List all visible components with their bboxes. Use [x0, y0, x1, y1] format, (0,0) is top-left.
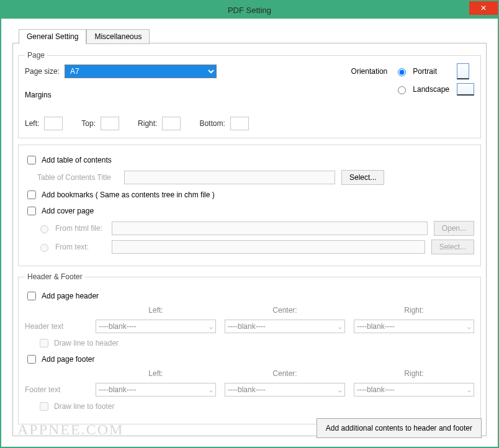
chevron-down-icon: ⌵ — [467, 387, 471, 393]
page-size-label: Page size: — [25, 67, 60, 76]
toc-title-label: Table of Contents Title — [37, 173, 118, 182]
draw-header-line-checkbox[interactable] — [40, 339, 48, 347]
window-title: PDF Setting — [228, 6, 271, 15]
margin-top-label: Top: — [81, 119, 96, 128]
hf-col-right: Right: — [354, 306, 474, 315]
watermark: APPNEE.COM — [17, 421, 124, 438]
page-group: Page Page size: A7 Orientation Portrait — [18, 51, 481, 138]
tab-misc[interactable]: Miscellaneous — [86, 29, 150, 44]
margin-bottom-input[interactable] — [230, 117, 249, 130]
portrait-radio[interactable] — [398, 68, 406, 76]
footer-center-select[interactable]: ----blank----⌵ — [225, 383, 345, 396]
orientation-group: Orientation Portrait Landscape — [351, 63, 474, 96]
add-footer-checkbox[interactable] — [27, 355, 36, 364]
toc-title-input[interactable] — [124, 171, 335, 184]
cover-from-text[interactable]: From text: — [37, 242, 106, 252]
toc-group: Add table of contents Table of Contents … — [18, 145, 481, 266]
cover-from-html[interactable]: From html file: — [37, 223, 106, 233]
add-bookmarks-label: Add bookmarks ( Same as contents tree in… — [42, 190, 215, 199]
cover-select-button[interactable]: Select... — [431, 240, 474, 254]
add-toc-label: Add table of contents — [42, 156, 112, 164]
header-center-select[interactable]: ----blank----⌵ — [225, 320, 345, 333]
chevron-down-icon: ⌵ — [209, 387, 213, 393]
tab-general[interactable]: General Setting — [19, 29, 86, 44]
margins-row: Left: Top: Right: Bottom: — [25, 117, 474, 130]
orientation-portrait[interactable]: Portrait — [395, 66, 449, 76]
footer-right-select[interactable]: ----blank----⌵ — [354, 383, 474, 396]
header-text-label: Header text — [25, 322, 87, 331]
hf-col-center2: Center: — [225, 369, 345, 378]
draw-header-line-label: Draw line to header — [54, 339, 119, 347]
add-cover-checkbox[interactable] — [27, 207, 36, 215]
cover-html-radio[interactable] — [40, 225, 48, 233]
add-additional-contents-button[interactable]: Add additional contents to header and fo… — [317, 418, 482, 438]
cover-text-input[interactable] — [112, 240, 425, 254]
hf-col-left2: Left: — [96, 369, 216, 378]
add-header-label: Add page header — [42, 292, 99, 300]
draw-footer-line-checkbox[interactable] — [40, 402, 48, 411]
page-legend: Page — [25, 51, 47, 60]
footer-text-label: Footer text — [25, 385, 87, 394]
margin-top-input[interactable] — [101, 117, 119, 130]
chevron-down-icon: ⌵ — [338, 323, 342, 330]
titlebar: PDF Setting ✕ — [1, 1, 498, 19]
orientation-label: Orientation — [351, 67, 388, 76]
close-button[interactable]: ✕ — [469, 1, 498, 15]
header-footer-group: Header & Footer Add page header Left: Ce… — [18, 272, 481, 424]
hf-col-left: Left: — [96, 306, 216, 315]
add-cover-label: Add cover page — [42, 207, 94, 215]
add-footer-label: Add page footer — [42, 355, 94, 364]
chevron-down-icon: ⌵ — [338, 387, 342, 393]
hf-col-right2: Right: — [354, 369, 474, 378]
margin-left-input[interactable] — [44, 117, 63, 130]
add-header-checkbox[interactable] — [27, 292, 36, 300]
chevron-down-icon: ⌵ — [467, 323, 471, 330]
header-left-select[interactable]: ----blank----⌵ — [96, 320, 216, 333]
orientation-landscape[interactable]: Landscape — [395, 84, 449, 94]
client-area: General Setting Miscellaneous Page Page … — [1, 19, 498, 447]
draw-footer-line-label: Draw line to footer — [54, 402, 114, 411]
close-icon: ✕ — [480, 4, 487, 12]
hf-legend: Header & Footer — [25, 272, 85, 281]
margin-right-input[interactable] — [162, 117, 181, 130]
hf-col-center: Center: — [225, 306, 345, 315]
margin-bottom-label: Bottom: — [199, 119, 225, 128]
pdf-setting-window: PDF Setting ✕ General Setting Miscellane… — [0, 0, 499, 448]
cover-text-radio[interactable] — [40, 244, 48, 252]
add-toc-checkbox[interactable] — [27, 156, 36, 164]
cover-open-button[interactable]: Open... — [434, 221, 474, 236]
margin-left-label: Left: — [25, 119, 39, 128]
margin-right-label: Right: — [138, 119, 157, 128]
page-size-select[interactable]: A7 — [65, 65, 217, 78]
landscape-radio[interactable] — [398, 86, 406, 94]
tab-panel: Page Page size: A7 Orientation Portrait — [12, 43, 487, 436]
header-right-select[interactable]: ----blank----⌵ — [354, 320, 474, 333]
toc-select-button[interactable]: Select... — [341, 170, 384, 185]
cover-html-input[interactable] — [112, 222, 428, 235]
chevron-down-icon: ⌵ — [209, 323, 213, 330]
footer-left-select[interactable]: ----blank----⌵ — [96, 383, 216, 396]
portrait-icon — [457, 63, 469, 79]
add-bookmarks-checkbox[interactable] — [27, 190, 36, 199]
landscape-icon — [457, 83, 474, 96]
tabs: General Setting Miscellaneous — [12, 29, 487, 43]
